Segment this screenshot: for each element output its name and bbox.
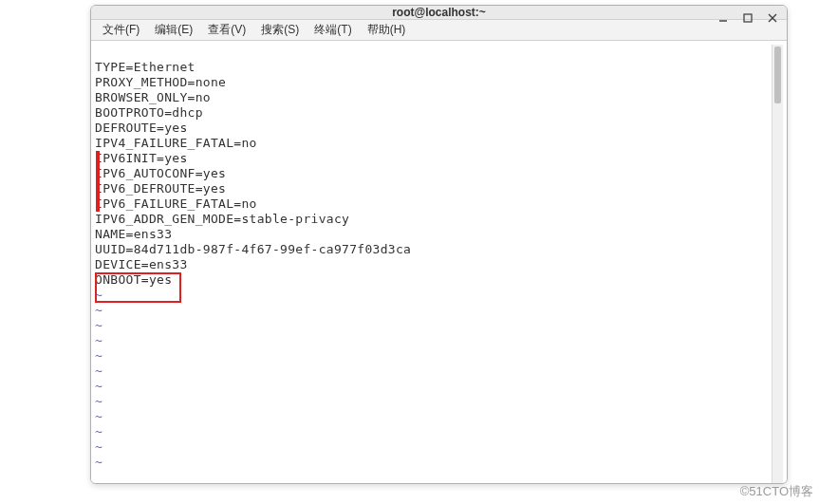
- config-line: PROXY_METHOD=none: [95, 75, 226, 89]
- config-line: IPV4_FAILURE_FATAL=no: [95, 136, 257, 150]
- terminal-area[interactable]: TYPE=Ethernet PROXY_METHOD=none BROWSER_…: [91, 41, 787, 484]
- terminal-window: root@localhost:~ 文件(F) 编辑(E) 查看(V) 搜索(S)…: [90, 5, 788, 484]
- config-line: IPV6_AUTOCONF=yes: [95, 166, 226, 180]
- maximize-button[interactable]: [739, 9, 756, 27]
- config-line: DEVICE=ens33: [95, 257, 188, 271]
- empty-line-tilde: ~: [95, 348, 102, 363]
- config-line: BOOTPROTO=dhcp: [95, 105, 203, 120]
- empty-line-tilde: ~: [95, 394, 102, 408]
- titlebar[interactable]: root@localhost:~: [91, 6, 787, 20]
- config-line: DEFROUTE=yes: [95, 121, 188, 135]
- empty-line-tilde: ~: [95, 333, 102, 347]
- svg-rect-1: [744, 14, 752, 22]
- menu-view[interactable]: 查看(V): [200, 20, 253, 40]
- config-line: TYPE=Ethernet: [95, 60, 195, 74]
- scrollbar[interactable]: [772, 45, 783, 484]
- empty-line-tilde: ~: [95, 439, 102, 454]
- scrollbar-thumb[interactable]: [774, 47, 781, 103]
- empty-line-tilde: ~: [95, 409, 102, 423]
- close-button[interactable]: [764, 9, 781, 27]
- minimize-button[interactable]: [715, 9, 732, 27]
- menu-terminal[interactable]: 终端(T): [307, 20, 359, 40]
- empty-line-tilde: ~: [95, 424, 102, 439]
- empty-line-tilde: ~: [95, 288, 102, 302]
- menubar: 文件(F) 编辑(E) 查看(V) 搜索(S) 终端(T) 帮助(H): [91, 20, 787, 41]
- window-title: root@localhost:~: [392, 6, 486, 19]
- config-line: IPV6_FAILURE_FATAL=no: [95, 196, 257, 211]
- config-line: IPV6INIT=yes: [95, 151, 188, 165]
- empty-line-tilde: ~: [95, 364, 102, 378]
- empty-line-tilde: ~: [95, 318, 102, 332]
- config-line: BROWSER_ONLY=no: [95, 90, 211, 104]
- config-line: NAME=ens33: [95, 227, 172, 241]
- config-line: UUID=84d711db-987f-4f67-99ef-ca977f03d3c…: [95, 242, 411, 256]
- config-line: ONBOOT=yes: [95, 272, 172, 287]
- empty-line-tilde: ~: [95, 379, 102, 393]
- window-controls: [715, 9, 781, 27]
- terminal-content[interactable]: TYPE=Ethernet PROXY_METHOD=none BROWSER_…: [95, 45, 772, 484]
- empty-line-tilde: ~: [95, 303, 102, 317]
- config-line: IPV6_ADDR_GEN_MODE=stable-privacy: [95, 212, 349, 226]
- menu-edit[interactable]: 编辑(E): [147, 20, 200, 40]
- watermark: ©51CTO博客: [740, 483, 813, 500]
- empty-line-tilde: ~: [95, 455, 102, 469]
- menu-help[interactable]: 帮助(H): [360, 20, 414, 40]
- config-line: IPV6_DEFROUTE=yes: [95, 181, 226, 196]
- menu-search[interactable]: 搜索(S): [253, 20, 307, 40]
- menu-file[interactable]: 文件(F): [95, 20, 147, 40]
